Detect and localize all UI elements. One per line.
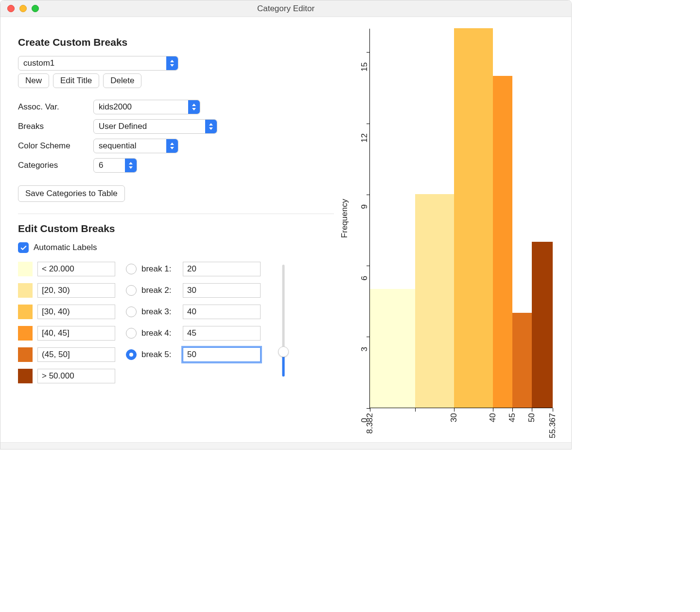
- x-tick-label: 40: [488, 413, 498, 422]
- close-icon[interactable]: [7, 5, 15, 12]
- x-tick: [493, 408, 493, 412]
- category-row: [18, 305, 115, 319]
- delete-button[interactable]: Delete: [103, 73, 141, 88]
- x-tick-label: 50: [527, 413, 537, 422]
- break-value-input[interactable]: [183, 262, 261, 276]
- category-label-input[interactable]: [37, 369, 115, 383]
- automatic-labels-checkbox[interactable]: [18, 242, 29, 253]
- histogram-bar: [370, 289, 415, 408]
- breaks-select[interactable]: User Defined: [93, 119, 217, 134]
- break-radio[interactable]: [126, 349, 137, 360]
- divider: [18, 214, 334, 214]
- color-swatch[interactable]: [18, 369, 33, 383]
- color-swatch[interactable]: [18, 262, 33, 276]
- x-axis: 8.3823040455055.367: [370, 408, 553, 437]
- category-editor-window: Category Editor Create Custom Breaks cus…: [0, 0, 572, 450]
- save-categories-button[interactable]: Save Categories to Table: [18, 185, 125, 202]
- category-row: [18, 326, 115, 341]
- y-tick-label: 12: [360, 133, 369, 143]
- histogram-bar: [454, 28, 493, 408]
- titlebar: Category Editor: [0, 0, 571, 17]
- y-tick: [367, 266, 370, 266]
- break-row: break 3:: [126, 305, 261, 319]
- assoc-var-label: Assoc. Var.: [18, 102, 93, 112]
- break-row: break 5:: [126, 347, 261, 362]
- break-value-input[interactable]: [183, 305, 261, 319]
- color-scheme-select[interactable]: sequential: [93, 139, 178, 153]
- category-label-input[interactable]: [37, 347, 115, 362]
- color-swatch[interactable]: [18, 283, 33, 298]
- break-row: break 1:: [126, 262, 261, 276]
- histogram-bar: [493, 76, 512, 408]
- assoc-var-select[interactable]: kids2000: [93, 100, 200, 114]
- custom-name-value: custom1: [18, 58, 166, 68]
- break-value-column: break 1:break 2:break 3:break 4:break 5:: [126, 262, 261, 383]
- category-row: [18, 283, 115, 298]
- color-swatch[interactable]: [18, 347, 33, 362]
- histogram-bar: [415, 194, 454, 408]
- break-radio[interactable]: [126, 264, 137, 274]
- color-scheme-label: Color Scheme: [18, 141, 93, 151]
- break-label: break 5:: [141, 350, 178, 360]
- break-radio[interactable]: [126, 285, 137, 296]
- break-slider[interactable]: [276, 265, 291, 377]
- color-swatch[interactable]: [18, 305, 33, 319]
- y-axis: 03691215: [350, 29, 370, 408]
- break-row: break 2:: [126, 283, 261, 298]
- window-controls: [7, 5, 39, 12]
- edit-title-button[interactable]: Edit Title: [53, 73, 99, 88]
- category-row: [18, 347, 115, 362]
- category-label-input[interactable]: [37, 262, 115, 276]
- edit-heading: Edit Custom Breaks: [18, 223, 334, 234]
- category-row: [18, 369, 115, 383]
- category-label-input[interactable]: [37, 305, 115, 319]
- break-value-input[interactable]: [183, 283, 261, 298]
- x-tick-label: 8.382: [365, 413, 375, 434]
- break-value-input[interactable]: [183, 326, 261, 341]
- create-heading: Create Custom Breaks: [18, 36, 334, 48]
- slider-thumb[interactable]: [278, 346, 289, 357]
- category-row: [18, 262, 115, 276]
- categories-value: 6: [94, 161, 125, 170]
- custom-name-select[interactable]: custom1: [18, 56, 178, 71]
- color-swatch[interactable]: [18, 326, 33, 341]
- category-label-input[interactable]: [37, 283, 115, 298]
- chevron-updown-icon: [166, 56, 178, 70]
- y-tick: [367, 337, 370, 337]
- break-radio[interactable]: [126, 306, 137, 317]
- minimize-icon[interactable]: [19, 5, 27, 12]
- x-tick-label: 45: [508, 413, 517, 422]
- y-tick-label: 6: [360, 276, 369, 280]
- y-tick-label: 15: [360, 62, 369, 72]
- categories-select[interactable]: 6: [93, 158, 137, 173]
- x-tick: [553, 408, 553, 412]
- category-label-input[interactable]: [37, 326, 115, 341]
- x-tick-label: 30: [449, 413, 459, 422]
- x-tick-label: 55.367: [548, 413, 558, 438]
- y-tick-label: 9: [360, 204, 369, 209]
- x-tick: [370, 408, 370, 412]
- x-tick: [532, 408, 532, 412]
- histogram-bar: [532, 242, 553, 408]
- break-label: break 1:: [141, 264, 178, 274]
- breaks-value: User Defined: [94, 122, 205, 131]
- right-panel: Frequency 03691215 8.3823040455055.367: [339, 29, 561, 437]
- x-tick: [415, 408, 416, 412]
- y-tick: [367, 195, 370, 195]
- chevron-updown-icon: [205, 120, 217, 133]
- histogram-chart: Frequency 03691215 8.3823040455055.367: [339, 29, 553, 437]
- break-radio[interactable]: [126, 328, 137, 339]
- color-scheme-value: sequential: [94, 141, 166, 151]
- y-tick-label: 3: [360, 347, 369, 351]
- category-label-column: [18, 262, 115, 383]
- break-value-input[interactable]: [183, 347, 261, 362]
- plot-area: [370, 29, 553, 408]
- zoom-icon[interactable]: [32, 5, 39, 12]
- new-button[interactable]: New: [18, 73, 49, 88]
- y-tick: [367, 408, 370, 409]
- chevron-updown-icon: [166, 139, 178, 153]
- y-axis-label: Frequency: [340, 199, 350, 238]
- break-label: break 4:: [141, 328, 178, 338]
- break-label: break 2:: [141, 286, 178, 295]
- categories-label: Categories: [18, 161, 93, 170]
